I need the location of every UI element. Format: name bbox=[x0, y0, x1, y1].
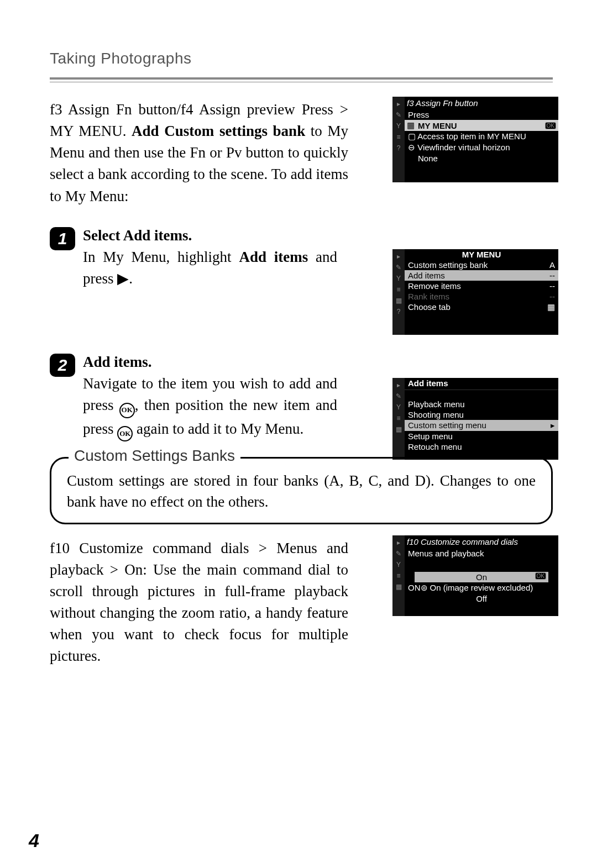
side-icon: ? bbox=[397, 308, 401, 315]
shot-b-title: MY MENU bbox=[405, 249, 558, 260]
shot-d-title: f10 Customize command dials bbox=[407, 537, 518, 546]
side-icon: Y bbox=[396, 122, 401, 130]
side-icon: ✎ bbox=[396, 392, 401, 400]
mymenu-icon: ▦ bbox=[407, 120, 415, 130]
shot-d-item: On bbox=[476, 572, 487, 582]
side-icon: ✎ bbox=[396, 550, 401, 557]
step1-title-b: Add items. bbox=[123, 227, 192, 244]
step2-title-b: Add items. bbox=[83, 354, 152, 370]
shot-b-row: Remove items bbox=[408, 281, 461, 291]
shot-b-row: Add items bbox=[408, 271, 445, 280]
header-rule bbox=[50, 77, 553, 82]
step1-body: In My Menu, highlight Add items and pres… bbox=[83, 246, 337, 290]
callout-custom-settings-banks: Custom Settings Banks Custom settings ar… bbox=[50, 457, 553, 524]
side-icon: ▦ bbox=[396, 297, 402, 304]
screenshot-customize-dials: ▸ ✎ Y ≡ ▦ f10 Customize command dials Me… bbox=[392, 535, 558, 616]
ok-badge-icon: OK bbox=[535, 572, 546, 580]
shot-b-row: Rank items bbox=[408, 292, 449, 301]
shot-c-item: Shooting menu bbox=[408, 410, 464, 419]
ok-badge-icon: OK bbox=[545, 122, 556, 129]
shot-c-item: Playback menu bbox=[408, 399, 465, 409]
step1-title-a: Select bbox=[83, 227, 123, 244]
shot-a-item: Viewfinder virtual horizon bbox=[417, 143, 510, 152]
side-icon: ▸ bbox=[397, 381, 400, 389]
shot-d-item: Off bbox=[476, 594, 487, 603]
side-icon: ✎ bbox=[396, 111, 401, 119]
shot-d-item: On (image review excluded) bbox=[430, 583, 533, 593]
callout-title: Custom Settings Banks bbox=[69, 447, 240, 465]
side-icon: ≡ bbox=[396, 286, 400, 293]
step-number-badge: 1 bbox=[50, 227, 75, 250]
step2-body: Navigate to the item you wish to add and… bbox=[83, 373, 337, 441]
shot-a-item: None bbox=[408, 154, 438, 163]
shot-a-sub: Press bbox=[408, 110, 429, 119]
screenshot-my-menu: ▸ ✎ Y ≡ ▦ ? MY MENU Custom settings bank… bbox=[392, 249, 558, 335]
side-icon: ▸ bbox=[397, 539, 400, 546]
side-icon: Y bbox=[396, 561, 401, 569]
shot-a-item: Access top item in MY MENU bbox=[417, 131, 526, 141]
on-prefix: ON⊚ bbox=[408, 583, 428, 593]
side-icon: ? bbox=[397, 144, 401, 152]
shot-a-bar: MY MENU bbox=[418, 121, 457, 130]
screenshot-add-items: ▸ ✎ Y ≡ ▦ Add items Playback menu Shooti… bbox=[392, 378, 558, 460]
callout-body: Custom settings are stored in four banks… bbox=[50, 457, 553, 524]
side-icon: Y bbox=[396, 275, 401, 282]
page-header: Taking Photographs bbox=[50, 50, 553, 67]
side-icon: ≡ bbox=[396, 572, 400, 580]
side-icon: ≡ bbox=[396, 133, 400, 141]
page-number: 4 bbox=[29, 830, 39, 851]
screenshot-assign-fn: ▸ ✎ Y ≡ ? f3 Assign Fn button Press ▦ MY… bbox=[392, 97, 558, 182]
shot-c-title: Add items bbox=[405, 378, 558, 388]
side-icon: ▦ bbox=[396, 425, 402, 433]
side-icon: ≡ bbox=[396, 414, 400, 422]
shot-d-sub: Menus and playback bbox=[405, 548, 558, 559]
side-icon: ▸ bbox=[397, 252, 400, 260]
shot-c-item: Custom setting menu bbox=[408, 420, 486, 430]
shot-c-item: Retouch menu bbox=[408, 442, 462, 451]
ok-glyph-icon: OK bbox=[117, 426, 133, 441]
side-icon: ▸ bbox=[397, 100, 400, 108]
side-icon: ▦ bbox=[396, 583, 402, 591]
intro-paragraph: f3 Assign Fn button/f4 Assign preview Pr… bbox=[50, 99, 348, 207]
shot-b-row: Choose tab bbox=[408, 302, 451, 312]
para2: f10 Customize command dials > Menus and … bbox=[50, 538, 348, 667]
shot-c-item: Setup menu bbox=[408, 432, 453, 441]
side-icon: ✎ bbox=[396, 264, 401, 271]
ok-glyph-icon: OK bbox=[119, 403, 135, 418]
intro-bold: Add Custom settings bank bbox=[132, 123, 305, 139]
side-icon: Y bbox=[396, 403, 401, 411]
shot-a-title: f3 Assign Fn button bbox=[407, 98, 478, 108]
shot-b-row: Custom settings bank bbox=[408, 260, 488, 270]
step-number-badge: 2 bbox=[50, 354, 75, 377]
